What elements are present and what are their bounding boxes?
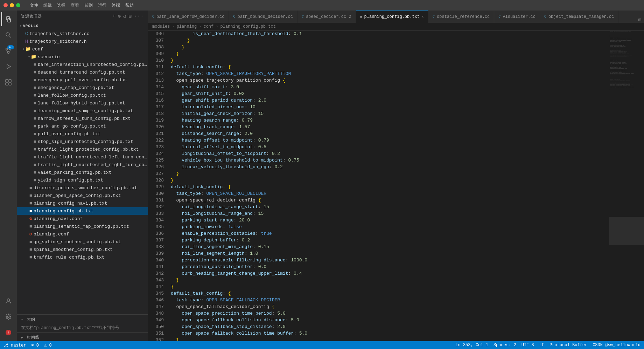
tree-item-trajectory-stitcher-h[interactable]: H trajectory_stitcher.h (17, 37, 148, 45)
line-ending[interactable]: LF (539, 343, 544, 348)
breadcrumb-item-3[interactable]: planning_config.pb.txt (220, 24, 275, 29)
tree-item-file[interactable]: ■ deadend_turnaround_config.pb.txt (17, 68, 148, 76)
breadcrumb-item-2[interactable]: conf (203, 24, 214, 29)
tree-item-file[interactable]: ■ stop_sign_unprotected_config.pb.txt (17, 138, 148, 145)
menu-item[interactable]: 文件 (30, 2, 38, 8)
tree-item-file[interactable]: ■ spiral_smoother_config.pb.txt (17, 246, 148, 253)
tree-item-file[interactable]: ■ qp_spline_smoother_config.pb.txt (17, 238, 148, 246)
tab-speed_decider[interactable]: Cspeed_decider.cc 2 (298, 11, 356, 23)
code-editor[interactable]: is_near_destination_theta_threshold: 0.1… (167, 30, 609, 341)
tree-item-file[interactable]: ■ learning_model_sample_config.pb.txt (17, 107, 148, 115)
minimap-slider[interactable] (609, 217, 644, 245)
line-number: 306 (148, 30, 164, 37)
tree-item-planning-config-selected[interactable]: ■ planning_config.pb.txt (17, 207, 148, 215)
tree-item-planning-navi-conf[interactable]: ⚙ planning_navi.conf (17, 215, 148, 223)
cursor-position[interactable]: Ln 353, Col 1 (455, 343, 488, 348)
new-folder-icon[interactable]: ⊕ (118, 13, 121, 19)
search-activity-icon[interactable] (1, 28, 15, 42)
tab-path_bounds_decider[interactable]: Cpath_bounds_decider.cc (229, 11, 297, 23)
error-count[interactable]: ✖ 0 (31, 343, 39, 348)
tabs-right-icons[interactable]: ⊞ (638, 17, 644, 23)
breadcrumb-item-0[interactable]: modules (152, 24, 170, 29)
tree-item-trajectory-stitcher-cc[interactable]: C trajectory_stitcher.cc (17, 30, 148, 37)
code-line: enable_perception_obstacles: true (171, 230, 609, 237)
breadcrumb-item-1[interactable]: planning (177, 24, 197, 29)
settings-activity-icon[interactable] (1, 310, 15, 324)
timeline-section[interactable]: ▶ 时间线 (17, 332, 148, 341)
tree-item-file[interactable]: ■ pull_over_config.pb.txt (17, 130, 148, 138)
tree-item-file[interactable]: ■ lane_follow_config.pb.txt (17, 91, 148, 99)
line-number: 310 (148, 57, 164, 64)
tree-item-file[interactable]: ■ emergency_stop_config.pb.txt (17, 84, 148, 91)
line-number: 321 (148, 130, 164, 137)
branch-indicator[interactable]: ⎇ master (4, 343, 26, 348)
warning-count[interactable]: ⚠ 0 (44, 343, 52, 348)
tree-item-conf-folder[interactable]: ▾ 📁 conf (17, 45, 148, 53)
tab-path_lane_borrow_decider[interactable]: Cpath_lane_borrow_decider.cc (148, 11, 229, 23)
account-activity-icon[interactable] (1, 294, 15, 308)
tree-item-label: planning_navi.conf (34, 216, 83, 221)
tree-item-file[interactable]: ■ park_and_go_config.pb.txt (17, 122, 148, 130)
new-file-icon[interactable]: + (112, 13, 115, 19)
tree-root-apollo[interactable]: ▾ APOLLO (17, 22, 148, 30)
debug-activity-icon[interactable] (1, 60, 15, 74)
file-pb-icon: ■ (34, 62, 36, 67)
tree-item-file[interactable]: ■ traffic_light_unprotected_left_turn_co… (17, 153, 148, 161)
tab-visualizer[interactable]: Cvisualizer.cc (494, 11, 540, 23)
files-activity-icon[interactable] (1, 12, 15, 26)
tree-item-file[interactable]: ■ planning_semantic_map_config.pb.txt (17, 223, 148, 230)
tab-close-icon[interactable]: × (422, 15, 424, 19)
tree-item-file[interactable]: ■ yield_sign_config.pb.txt (17, 176, 148, 184)
menu-item[interactable]: 编辑 (43, 2, 52, 8)
file-pb-icon: ■ (34, 93, 36, 98)
split-editor-icon[interactable]: ⊞ (638, 17, 641, 23)
menu-item[interactable]: 选择 (57, 2, 65, 8)
tree-item-file[interactable]: ■ emergency_pull_over_config.pb.txt (17, 76, 148, 84)
tree-item-file[interactable]: ■ lane_follow_hybrid_config.pb.txt (17, 99, 148, 107)
sidebar-header: 资源管理器 + ⊕ ↺ ⊟ ··· (17, 11, 148, 22)
file-cc-icon: C (25, 31, 28, 36)
tree-item-file[interactable]: ■ traffic_light_unprotected_right_turn_c… (17, 161, 148, 169)
tab-planning_config_pb[interactable]: ■planning_config.pb.txt× (356, 11, 428, 23)
menu-item[interactable]: 终端 (112, 2, 120, 8)
source-control-activity-icon[interactable]: 40 (1, 44, 15, 58)
menu-item[interactable]: 运行 (98, 2, 106, 8)
more-options-icon[interactable]: ··· (134, 13, 144, 19)
menu-bar[interactable]: 文件编辑选择查看转到运行终端帮助 (30, 2, 134, 8)
extensions-activity-icon[interactable] (1, 75, 15, 89)
notifications-activity-icon[interactable]: ! (1, 326, 15, 340)
tree-item-file[interactable]: ■ planner_open_space_config.pb.txt (17, 192, 148, 199)
menu-item[interactable]: 帮助 (125, 2, 134, 8)
tree-item-file[interactable]: ■ narrow_street_u_turn_config.pb.txt (17, 115, 148, 122)
line-number: 331 (148, 197, 164, 204)
outline-section[interactable]: ▾ 大纲 (17, 314, 148, 323)
tab-object_template_manager[interactable]: Cobject_template_manager.cc (540, 11, 618, 23)
tree-item-file[interactable]: ■ traffic_rule_config.pb.txt (17, 253, 148, 261)
tree-item-file[interactable]: ■ bare_intersection_unprotected_config.p… (17, 61, 148, 68)
tree-item-file[interactable]: ■ valet_parking_config.pb.txt (17, 169, 148, 176)
tab-obstacle_reference[interactable]: Cobstacle_reference.cc (428, 11, 494, 23)
menu-item[interactable]: 转到 (84, 2, 93, 8)
svg-marker-9 (7, 64, 10, 69)
svg-point-15 (8, 316, 9, 318)
tree-item-file[interactable]: ■ planning_config_navi.pb.txt (17, 199, 148, 207)
tree-item-scenario-folder[interactable]: ▾ 📁 scenario (17, 53, 148, 61)
indentation[interactable]: Spaces: 2 (493, 343, 516, 348)
encoding[interactable]: UTF-8 (522, 343, 534, 348)
bottom-bar-right: Ln 353, Col 1 Spaces: 2 UTF-8 LF Protoco… (455, 343, 640, 348)
code-line: longitudinal_offset_to_midpoint: 0.2 (171, 150, 609, 157)
collapse-all-icon[interactable]: ⊟ (128, 13, 132, 19)
file-pb-icon: ■ (34, 101, 36, 106)
language-mode[interactable]: Protocol Buffer (550, 343, 587, 348)
tree-item-file[interactable]: ■ discrete_points_smoother_config.pb.txt (17, 184, 148, 192)
code-line: } (171, 37, 609, 44)
menu-item[interactable]: 查看 (71, 2, 79, 8)
sidebar-header-icons[interactable]: + ⊕ ↺ ⊟ ··· (112, 13, 144, 19)
code-line: default_task_config: { (171, 290, 609, 297)
code-line: } (171, 177, 609, 184)
tree-item-label: pull_over_config.pb.txt (38, 131, 100, 137)
tree-item-planning-conf[interactable]: ⚙ planning.conf (17, 230, 148, 238)
svg-rect-13 (9, 83, 11, 85)
refresh-icon[interactable]: ↺ (123, 13, 126, 19)
tree-item-file[interactable]: ■ traffic_light_protected_config.pb.txt (17, 145, 148, 153)
